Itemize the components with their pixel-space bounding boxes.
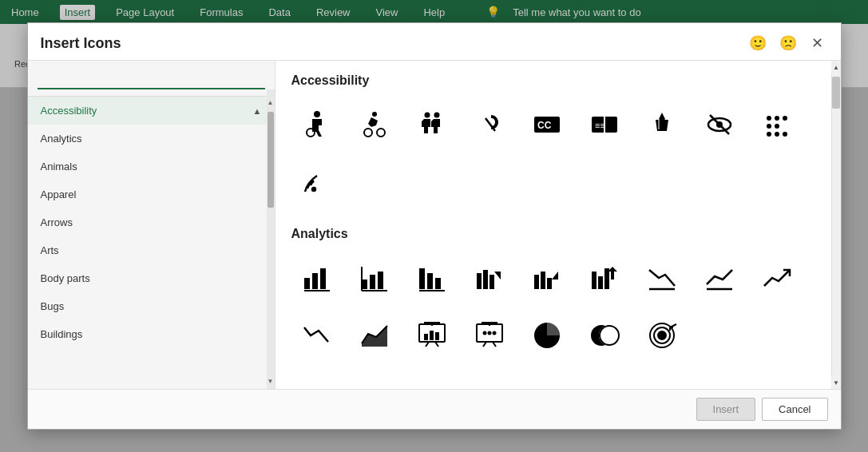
- category-arrows-label: Arrows: [41, 216, 73, 228]
- icon-line-chart-marker[interactable]: [751, 252, 803, 303]
- svg-point-22: [775, 116, 779, 121]
- svg-rect-30: [304, 278, 310, 289]
- svg-rect-35: [370, 275, 375, 289]
- category-apparel-label: Apparel: [41, 188, 77, 200]
- category-accessibility[interactable]: Accessibility ▲: [28, 97, 275, 125]
- category-buildings[interactable]: Buildings: [28, 320, 275, 348]
- svg-point-29: [312, 188, 315, 191]
- icon-target[interactable]: [636, 310, 688, 361]
- svg-point-7: [372, 112, 377, 117]
- icon-bar-chart-1[interactable]: [291, 252, 343, 303]
- svg-point-11: [434, 113, 439, 118]
- scroll-up-button[interactable]: ▲: [831, 61, 841, 73]
- frown-icon[interactable]: 🙁: [776, 33, 800, 54]
- svg-point-6: [307, 129, 315, 137]
- icon-bar-chart-2[interactable]: [349, 252, 400, 303]
- svg-point-10: [424, 113, 430, 118]
- category-arts[interactable]: Arts: [28, 236, 275, 264]
- scroll-down-button[interactable]: ▼: [831, 376, 841, 389]
- dialog-footer: Insert Cancel: [28, 389, 841, 429]
- scroll-up-arrow[interactable]: ▲: [268, 96, 274, 109]
- sidebar-scrollbar[interactable]: ▲ ▼: [267, 89, 275, 389]
- search-box: [28, 61, 275, 97]
- icon-two-people-accessible[interactable]: [406, 99, 458, 150]
- icon-phone-signal[interactable]: [291, 157, 343, 208]
- category-analytics[interactable]: Analytics: [28, 125, 275, 153]
- close-button[interactable]: ✕: [807, 33, 828, 54]
- icon-bar-chart-3[interactable]: [406, 252, 458, 303]
- svg-point-9: [377, 129, 385, 137]
- analytics-icons-grid: [291, 252, 815, 361]
- svg-rect-34: [362, 280, 367, 289]
- cancel-button[interactable]: Cancel: [762, 398, 827, 421]
- category-list: Accessibility ▲ Analytics Animals Appare…: [28, 97, 275, 389]
- category-apparel[interactable]: Apparel: [28, 180, 275, 208]
- icon-bar-chart-up[interactable]: [521, 252, 573, 303]
- icon-line-chart-down[interactable]: [636, 252, 688, 303]
- svg-rect-44: [483, 270, 488, 289]
- svg-point-21: [767, 116, 771, 121]
- icon-eye-crossed[interactable]: [694, 99, 745, 150]
- scroll-down-arrow[interactable]: ▼: [268, 375, 274, 387]
- icon-line-chart-area[interactable]: [349, 310, 400, 361]
- category-accessibility-label: Accessibility: [41, 105, 97, 117]
- category-sidebar: Accessibility ▲ Analytics Animals Appare…: [28, 61, 275, 389]
- scroll-thumb[interactable]: [832, 77, 840, 109]
- icon-line-chart-up[interactable]: [694, 252, 745, 303]
- svg-rect-49: [592, 272, 597, 289]
- dialog-title: Insert Icons: [41, 35, 121, 52]
- icon-bar-chart-down[interactable]: [464, 252, 515, 303]
- category-animals-label: Animals: [41, 161, 77, 172]
- category-bugs-label: Bugs: [41, 300, 65, 312]
- insert-button[interactable]: Insert: [696, 398, 756, 421]
- icon-cycling-wheelchair[interactable]: [349, 99, 400, 150]
- svg-text:CC: CC: [537, 120, 552, 131]
- category-buildings-label: Buildings: [41, 328, 83, 340]
- svg-rect-48: [547, 278, 552, 289]
- svg-rect-40: [427, 273, 433, 289]
- icon-content-area: Accessibility: [275, 61, 831, 389]
- search-input[interactable]: [38, 67, 265, 89]
- svg-rect-59: [430, 331, 434, 340]
- icon-hand-gesture[interactable]: [636, 99, 688, 150]
- dialog-header: Insert Icons 🙂 🙁 ✕: [28, 23, 841, 61]
- svg-point-5: [314, 111, 320, 117]
- icon-wheelchair[interactable]: [291, 99, 343, 150]
- category-analytics-label: Analytics: [41, 133, 82, 145]
- svg-point-27: [775, 132, 779, 137]
- sidebar-scroll-thumb: [268, 112, 274, 208]
- icon-pie-chart[interactable]: [521, 310, 573, 361]
- accessibility-icons-grid: CC ≡≡: [291, 99, 815, 208]
- dialog-body: Accessibility ▲ Analytics Animals Appare…: [28, 61, 841, 389]
- icon-line-chart-decrease[interactable]: [291, 310, 343, 361]
- icon-chart-arrow[interactable]: [579, 252, 630, 303]
- smiley-icon[interactable]: 🙂: [746, 33, 770, 54]
- svg-point-23: [783, 116, 787, 121]
- svg-point-77: [658, 331, 666, 339]
- svg-point-26: [767, 132, 771, 137]
- category-animals[interactable]: Animals: [28, 153, 275, 180]
- category-body-parts[interactable]: Body parts: [28, 264, 275, 292]
- svg-text:≡≡: ≡≡: [595, 121, 605, 130]
- svg-point-28: [783, 132, 787, 137]
- icon-closed-caption[interactable]: CC: [521, 99, 573, 150]
- icon-presentation-chart[interactable]: [406, 310, 458, 361]
- icon-hearing-impaired[interactable]: [464, 99, 515, 150]
- svg-rect-60: [435, 332, 439, 340]
- category-arrows[interactable]: Arrows: [28, 208, 275, 236]
- icon-venn-diagram[interactable]: [579, 310, 630, 361]
- icon-sign-language[interactable]: ≡≡: [579, 99, 630, 150]
- icon-braille[interactable]: [751, 99, 803, 150]
- svg-point-67: [487, 331, 491, 335]
- svg-rect-47: [541, 272, 545, 289]
- category-bugs[interactable]: Bugs: [28, 292, 275, 320]
- section-title-analytics: Analytics: [291, 227, 815, 241]
- icon-presentation-dots[interactable]: [464, 310, 515, 361]
- category-arts-label: Arts: [41, 244, 59, 256]
- svg-point-68: [492, 331, 496, 335]
- svg-rect-36: [378, 272, 383, 289]
- content-scrollbar[interactable]: ▲ ▼: [831, 61, 841, 389]
- svg-rect-41: [435, 278, 441, 289]
- modal-overlay: Insert Icons 🙂 🙁 ✕ Accessibility: [0, 0, 868, 452]
- svg-rect-45: [489, 275, 494, 289]
